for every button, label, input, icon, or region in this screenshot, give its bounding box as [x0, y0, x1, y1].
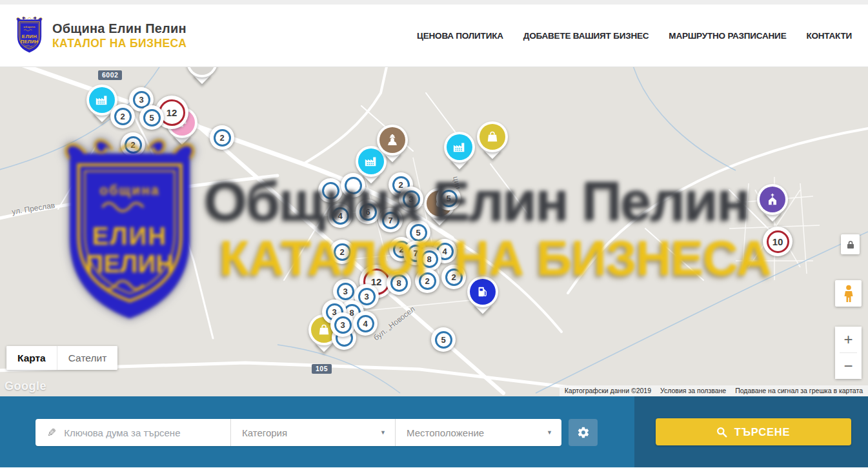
cluster-marker[interactable]: 2	[210, 125, 234, 150]
cluster-marker[interactable]: 3	[399, 187, 423, 211]
svg-text:ПЕЛИН: ПЕЛИН	[21, 39, 39, 45]
street-view-pegman-button[interactable]	[835, 280, 862, 307]
cluster-marker[interactable]: 8	[387, 270, 411, 295]
search-input-group: ✎ Категория ▼ Местоположение ▼	[35, 419, 561, 446]
report-map-error-link[interactable]: Подаване на сигнал за грешка в картата	[735, 387, 863, 394]
cluster-marker[interactable]: 6	[356, 199, 380, 224]
cluster-marker[interactable]: 8	[417, 247, 441, 271]
location-placeholder: Местоположение	[396, 427, 484, 438]
cluster-marker[interactable]: 2	[110, 104, 135, 128]
cluster-marker[interactable]: 3	[330, 312, 355, 337]
gear-icon	[577, 426, 590, 439]
municipality-emblem-icon: община ЕЛИН ПЕЛИН	[14, 15, 45, 56]
advanced-search-settings-button[interactable]	[569, 419, 598, 446]
map-pin-worker[interactable]	[377, 125, 408, 163]
keyword-field: ✎	[35, 419, 230, 446]
map-markers-layer: 123252223564752274812822338334510	[0, 67, 868, 396]
cluster-marker[interactable]: 10	[763, 227, 792, 256]
site-title: Община Елин Пелин	[52, 21, 187, 36]
cluster-marker[interactable]: 4	[328, 203, 352, 228]
map-pin-bag[interactable]	[477, 121, 508, 160]
google-logo[interactable]: Google	[5, 380, 46, 393]
map-type-satellite-button[interactable]: Сателит	[57, 346, 117, 370]
map-pin-church[interactable]	[757, 184, 788, 223]
pegman-icon	[843, 285, 854, 303]
lock-icon	[847, 240, 854, 249]
site-subtitle: КАТАЛОГ НА БИЗНЕСА	[52, 37, 187, 50]
brand-logo-link[interactable]: община ЕЛИН ПЕЛИН Община Елин Пелин КАТА…	[14, 15, 187, 56]
zoom-out-button[interactable]: −	[835, 353, 862, 379]
cluster-marker[interactable]: 4	[353, 311, 378, 336]
search-button-label: ТЪРСЕНЕ	[734, 426, 790, 438]
search-button[interactable]: ТЪРСЕНЕ	[656, 418, 851, 445]
nav-pricing-policy[interactable]: ЦЕНОВА ПОЛИТИКА	[417, 31, 503, 41]
page-top-strip	[0, 0, 868, 5]
cluster-marker[interactable]: 5	[139, 105, 164, 130]
keyword-input[interactable]	[64, 427, 212, 438]
lock-control-button[interactable]	[841, 234, 860, 254]
map-pin-none[interactable]	[187, 67, 217, 85]
search-bar-right-panel: ТЪРСЕНЕ	[634, 396, 868, 467]
search-bar: ТЪРСЕНЕ ✎ Категория ▼ Местоположение ▼	[0, 396, 868, 467]
cluster-marker[interactable]: 2	[330, 239, 354, 264]
zoom-control: + −	[835, 327, 862, 379]
nav-contacts[interactable]: КОНТАКТИ	[806, 31, 852, 41]
nav-route-schedule[interactable]: МАРШРУТНО РАЗПИСАНИЕ	[669, 31, 786, 41]
nav-add-your-business[interactable]: ДОБАВЕТЕ ВАШИЯТ БИЗНЕС	[523, 31, 649, 41]
header: община ЕЛИН ПЕЛИН Община Елин Пелин КАТА…	[0, 5, 868, 67]
location-select[interactable]: Местоположение ▼	[395, 419, 561, 446]
map-pin-fuel[interactable]	[467, 276, 498, 315]
cluster-marker[interactable]: 2	[121, 132, 145, 157]
map-pin-factory[interactable]	[444, 132, 475, 170]
cluster-marker[interactable]: 7	[378, 208, 403, 232]
map-type-control: Карта Сателит	[6, 346, 117, 370]
caret-down-icon: ▼	[380, 429, 386, 436]
cluster-marker[interactable]: 2	[415, 269, 439, 293]
zoom-in-button[interactable]: +	[835, 327, 862, 352]
category-select[interactable]: Категория ▼	[230, 419, 395, 446]
cluster-marker[interactable]: 5	[436, 186, 461, 210]
cluster-marker[interactable]	[341, 173, 365, 198]
svg-text:община: община	[23, 25, 35, 28]
map-attribution: Картографски данни ©2019 Условия за полз…	[560, 385, 868, 396]
category-placeholder: Категория	[231, 427, 287, 438]
cluster-marker[interactable]	[318, 178, 343, 203]
map-canvas[interactable]: ул. Преславбул. „Новоселции6002105 12325…	[0, 67, 868, 396]
map-type-map-button[interactable]: Карта	[6, 346, 57, 370]
pencil-icon: ✎	[47, 426, 56, 440]
main-nav: ЦЕНОВА ПОЛИТИКА ДОБАВЕТЕ ВАШИЯТ БИЗНЕС М…	[417, 31, 852, 41]
svg-text:ЕЛИН: ЕЛИН	[22, 33, 37, 39]
cluster-marker[interactable]: 2	[441, 265, 466, 289]
terms-of-use-link[interactable]: Условия за ползване	[660, 387, 726, 394]
cluster-marker[interactable]: 5	[431, 327, 456, 352]
magnifier-icon	[716, 427, 727, 438]
caret-down-icon: ▼	[547, 429, 552, 436]
attribution-copyright: Картографски данни ©2019	[565, 387, 651, 394]
